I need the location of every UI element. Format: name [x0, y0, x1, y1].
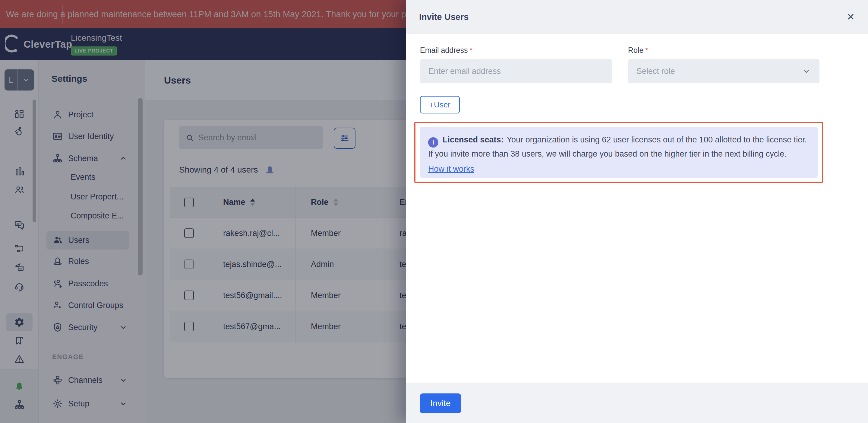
chevron-down-icon [802, 67, 811, 76]
annotation-highlight-rect: iLicensed seats:Your organization is usi… [414, 122, 823, 183]
close-icon[interactable]: ✕ [846, 11, 855, 23]
email-field[interactable] [420, 59, 612, 83]
required-asterisk: * [645, 46, 648, 54]
licensed-seats-heading: Licensed seats: [443, 135, 504, 144]
role-select[interactable]: Select role [628, 59, 819, 83]
required-asterisk: * [469, 46, 472, 54]
invite-button[interactable]: Invite [420, 393, 461, 413]
role-label: Role* [628, 46, 648, 55]
clevertap-app: We are doing a planned maintenance betwe… [0, 0, 868, 423]
add-user-button[interactable]: +User [420, 96, 460, 113]
licensed-seats-text2: If you invite more than 38 users, we wil… [428, 147, 809, 160]
panel-title: Invite Users [419, 0, 468, 34]
role-select-value: Select role [637, 67, 802, 76]
info-icon: i [428, 137, 438, 147]
licensed-seats-line1: iLicensed seats:Your organization is usi… [428, 133, 809, 147]
invite-users-panel: Invite Users ✕ Email address* Role* Sele… [406, 0, 868, 423]
how-it-works-link[interactable]: How it works [428, 163, 474, 175]
panel-footer: Invite [406, 383, 868, 423]
licensed-seats-text1: Your organization is using 62 user licen… [507, 135, 807, 144]
licensed-seats-info-box: iLicensed seats:Your organization is usi… [420, 127, 818, 178]
modal-dim-overlay [0, 0, 406, 423]
email-label: Email address* [420, 46, 472, 55]
panel-header: Invite Users ✕ [406, 0, 868, 34]
